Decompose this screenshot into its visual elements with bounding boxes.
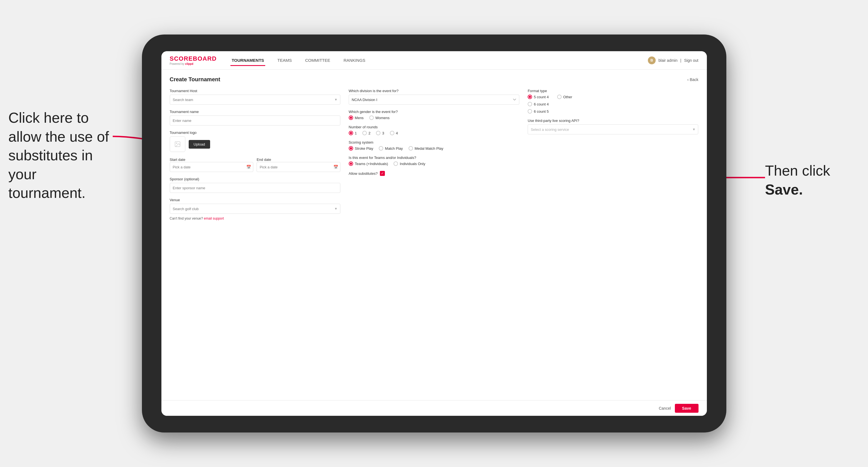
form-col-2: Which division is the event for? NCAA Di… bbox=[349, 89, 519, 220]
event-individuals-option[interactable]: Individuals Only bbox=[394, 161, 425, 166]
venue-label: Venue bbox=[170, 198, 340, 202]
upload-button[interactable]: Upload bbox=[189, 140, 210, 149]
division-select[interactable]: NCAA Division I bbox=[349, 95, 519, 105]
scoring-medal-radio[interactable] bbox=[408, 146, 413, 151]
scoring-stroke-option[interactable]: Stroke Play bbox=[349, 146, 373, 151]
calendar-icon-start: 📅 bbox=[246, 165, 251, 169]
rounds-4-radio[interactable] bbox=[390, 131, 394, 135]
venue-input[interactable] bbox=[170, 204, 340, 214]
rounds-1-option[interactable]: 1 bbox=[349, 131, 357, 135]
sign-out-link[interactable]: Sign out bbox=[684, 58, 698, 63]
event-individuals-radio[interactable] bbox=[394, 161, 398, 166]
rounds-2-option[interactable]: 2 bbox=[362, 131, 370, 135]
scoring-medal-match-option[interactable]: Medal Match Play bbox=[408, 146, 443, 151]
navbar: SCOREBOARD Powered by clippd TOURNAMENTS… bbox=[161, 51, 707, 69]
allow-substitutes-checkbox[interactable]: ✓ bbox=[380, 171, 385, 176]
format-6count5-option[interactable]: 6 count 5 bbox=[528, 109, 698, 114]
tablet-screen: SCOREBOARD Powered by clippd TOURNAMENTS… bbox=[161, 51, 707, 416]
scoring-group: Scoring system Stroke Play Match Play bbox=[349, 140, 519, 151]
format-6count4-option[interactable]: 6 count 4 bbox=[528, 102, 698, 106]
venue-email-support-link[interactable]: email support bbox=[204, 217, 224, 220]
calendar-icon-end: 📅 bbox=[333, 165, 338, 169]
gender-womens-radio[interactable] bbox=[369, 116, 374, 120]
tournament-logo-label: Tournament logo bbox=[170, 130, 340, 135]
logo-clippd: clippd bbox=[185, 62, 193, 65]
format-other-label: Other bbox=[563, 95, 572, 99]
format-6count4-radio[interactable] bbox=[528, 102, 532, 106]
venue-group: Venue ▼ Can't find your venue? email sup… bbox=[170, 198, 340, 220]
event-teams-radio[interactable] bbox=[349, 161, 353, 166]
form-col-1: Tournament Host ▼ Tournament name Tourna… bbox=[170, 89, 340, 220]
scoring-stroke-label: Stroke Play bbox=[355, 146, 373, 151]
format-other-option[interactable]: Other bbox=[557, 95, 572, 99]
nav-teams[interactable]: TEAMS bbox=[276, 56, 293, 65]
tournament-host-input[interactable] bbox=[170, 95, 340, 105]
format-5count4-label: 5 count 4 bbox=[534, 95, 549, 99]
tournament-host-label: Tournament Host bbox=[170, 89, 340, 93]
scoring-api-select[interactable]: Select a scoring service Select & scorin… bbox=[528, 124, 698, 134]
gender-group: Which gender is the event for? Mens Wome… bbox=[349, 110, 519, 120]
allow-substitutes-label: Allow substitutes? bbox=[349, 172, 378, 176]
logo-board: BOARD bbox=[193, 55, 217, 62]
form-col-3: Format type 5 count 4 Other bbox=[528, 89, 698, 220]
event-teams-option[interactable]: Teams (+Individuals) bbox=[349, 161, 388, 166]
end-date-label: End date bbox=[256, 158, 271, 162]
gender-mens-option[interactable]: Mens bbox=[349, 116, 364, 120]
venue-hint-text: Can't find your venue? bbox=[170, 217, 203, 220]
gender-mens-radio[interactable] bbox=[349, 116, 353, 120]
division-label: Which division is the event for? bbox=[349, 89, 519, 93]
logo-area: SCOREBOARD Powered by clippd bbox=[170, 55, 217, 65]
save-button[interactable]: Save bbox=[675, 404, 699, 413]
annotation-left-text: Click here to allow the use of substitut… bbox=[8, 110, 109, 201]
nav-rankings[interactable]: RANKINGS bbox=[343, 56, 367, 65]
back-link[interactable]: Back bbox=[687, 77, 699, 82]
nav-tournaments[interactable]: TOURNAMENTS bbox=[230, 56, 265, 65]
event-for-group: Is this event for Teams and/or Individua… bbox=[349, 156, 519, 166]
end-date-input[interactable] bbox=[256, 162, 340, 172]
scoring-match-option[interactable]: Match Play bbox=[379, 146, 403, 151]
gender-womens-label: Womens bbox=[375, 116, 390, 120]
nav-divider: | bbox=[680, 58, 681, 63]
rounds-4-option[interactable]: 4 bbox=[390, 131, 398, 135]
logo-score: SCORE bbox=[170, 55, 193, 62]
rounds-2-radio[interactable] bbox=[362, 131, 367, 135]
scoring-medal-label: Medal Match Play bbox=[415, 146, 443, 151]
start-date-input[interactable] bbox=[170, 162, 253, 172]
rounds-4-label: 4 bbox=[396, 131, 398, 135]
start-date-label: Start date bbox=[170, 158, 185, 162]
page-header: Create Tournament Back bbox=[170, 76, 699, 83]
format-5count4-option[interactable]: 5 count 4 bbox=[528, 95, 549, 99]
annotation-right: Then click Save. bbox=[765, 161, 860, 199]
rounds-3-radio[interactable] bbox=[376, 131, 380, 135]
rounds-3-option[interactable]: 3 bbox=[376, 131, 384, 135]
cancel-button[interactable]: Cancel bbox=[659, 406, 671, 410]
format-5count4-radio[interactable] bbox=[528, 95, 532, 99]
nav-right: B blair admin | Sign out bbox=[648, 57, 699, 64]
format-group: Format type 5 count 4 Other bbox=[528, 89, 698, 114]
start-date-wrap: 📅 bbox=[170, 162, 253, 172]
start-date-group: Start date 📅 bbox=[170, 157, 253, 172]
tournament-name-input[interactable] bbox=[170, 116, 340, 126]
rounds-1-radio[interactable] bbox=[349, 131, 353, 135]
scoring-match-radio[interactable] bbox=[379, 146, 383, 151]
avatar: B bbox=[648, 57, 656, 64]
logo-placeholder-icon bbox=[170, 136, 185, 152]
sponsor-label: Sponsor (optional) bbox=[170, 177, 340, 181]
scoring-stroke-radio[interactable] bbox=[349, 146, 353, 151]
gender-womens-option[interactable]: Womens bbox=[369, 116, 390, 120]
scoring-match-label: Match Play bbox=[385, 146, 403, 151]
gender-mens-label: Mens bbox=[355, 116, 364, 120]
tournament-logo-group: Tournament logo Upload bbox=[170, 130, 340, 152]
format-other-radio[interactable] bbox=[557, 95, 562, 99]
scoring-api-group: Use third-party live scoring API? Select… bbox=[528, 119, 698, 134]
sponsor-input[interactable] bbox=[170, 183, 340, 193]
allow-substitutes-row: Allow substitutes? ✓ bbox=[349, 171, 519, 176]
event-teams-label: Teams (+Individuals) bbox=[355, 162, 388, 166]
logo-powered-by: Powered by clippd bbox=[170, 62, 217, 65]
venue-dropdown-icon: ▼ bbox=[334, 207, 338, 211]
format-6count5-radio[interactable] bbox=[528, 109, 532, 114]
nav-committee[interactable]: COMMITTEE bbox=[304, 56, 332, 65]
search-icon: ▼ bbox=[334, 98, 338, 101]
event-for-radio-group: Teams (+Individuals) Individuals Only bbox=[349, 161, 519, 166]
user-name: blair admin bbox=[658, 58, 677, 63]
